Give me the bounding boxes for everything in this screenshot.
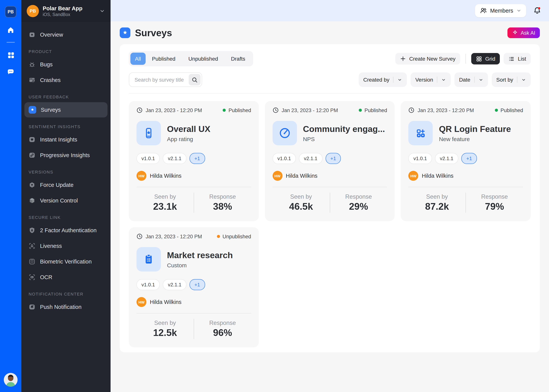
more-versions-chip[interactable]: +1	[189, 279, 205, 290]
surveys-panel: All Published Unpublished Drafts Create …	[120, 44, 540, 352]
sidebar-item-instant-insights[interactable]: Instant Insights	[24, 132, 108, 147]
survey-type-tile	[137, 121, 161, 145]
workspace-logo[interactable]: PB	[5, 6, 16, 18]
search-button[interactable]	[189, 74, 201, 85]
members-label: Members	[490, 8, 513, 14]
chat-icon[interactable]	[7, 68, 15, 76]
sidebar-item-push-notification[interactable]: Push Notification	[24, 299, 108, 315]
author-name: Hilda Wilkins	[150, 173, 181, 179]
card-scan-icon	[28, 274, 35, 281]
app-switcher[interactable]: PB Polar Bear App iOS, SandBox	[21, 0, 111, 22]
list-view-label: List	[518, 56, 526, 62]
search-input[interactable]	[134, 77, 189, 83]
sidebar-item-label: Bugs	[40, 61, 53, 68]
status-text: Published	[229, 107, 251, 113]
sidebar-item-force-update[interactable]: Force Update	[24, 177, 108, 193]
filter-date[interactable]: Date	[454, 72, 488, 87]
panel-toolbar: All Published Unpublished Drafts Create …	[129, 51, 531, 66]
survey-card-qr-login[interactable]: Jan 23, 2023 - 12:20 PM Published QR Log…	[401, 101, 531, 221]
status-dot	[223, 109, 226, 112]
response-label: Response	[330, 193, 387, 200]
app-avatar: PB	[27, 5, 39, 17]
sparkle-icon	[512, 30, 518, 36]
filter-created-by[interactable]: Created by	[359, 72, 407, 87]
seen-by-label: Seen by	[137, 320, 194, 326]
more-versions-chip[interactable]: +1	[325, 153, 341, 164]
sidebar-item-liveness[interactable]: Liveness	[24, 238, 108, 254]
version-chip[interactable]: v2.1.1	[299, 153, 322, 164]
sidebar-item-biometric[interactable]: Biometric Verification	[24, 254, 108, 269]
seen-by-label: Seen by	[137, 193, 194, 200]
sidebar-item-bugs[interactable]: Bugs	[24, 57, 108, 72]
tab-published[interactable]: Published	[146, 53, 182, 65]
survey-title: Community engag...	[303, 124, 385, 134]
notifications-button[interactable]	[533, 7, 541, 15]
status-badge: Published	[495, 107, 523, 113]
card-date-text: Jan 23, 2023 - 12:20 PM	[282, 107, 338, 113]
tab-drafts[interactable]: Drafts	[225, 53, 252, 65]
sidebar-item-ocr[interactable]: OCR	[24, 270, 108, 285]
apps-grid-icon[interactable]	[7, 51, 15, 59]
members-button[interactable]: Members	[475, 4, 526, 17]
clipboard-icon	[142, 253, 155, 266]
survey-subtitle: App rating	[167, 136, 210, 142]
create-survey-button[interactable]: Create New Survey	[396, 53, 460, 64]
tab-unpublished[interactable]: Unpublished	[182, 53, 225, 65]
overview-icon	[28, 31, 35, 38]
bell-square-icon	[28, 303, 35, 310]
sidebar-item-overview[interactable]: Overview	[24, 27, 108, 42]
tab-all[interactable]: All	[130, 53, 146, 65]
version-chip[interactable]: v1.0.1	[272, 153, 296, 164]
survey-card-community-engagement[interactable]: Jan 23, 2023 - 12:20 PM Published Commun…	[265, 101, 395, 221]
version-chip[interactable]: v2.1.1	[163, 279, 187, 290]
version-chip[interactable]: v1.0.1	[137, 153, 160, 164]
sidebar-item-two-factor[interactable]: 2 Factor Authentication	[24, 223, 108, 238]
divider	[272, 187, 387, 187]
response-label: Response	[194, 193, 251, 200]
sidebar-item-label: Version Control	[40, 197, 78, 204]
chevron-down-icon	[99, 8, 105, 14]
survey-title: Market research	[167, 250, 233, 260]
more-versions-chip[interactable]: +1	[189, 153, 205, 164]
survey-card-overall-ux[interactable]: Jan 23, 2023 - 12:20 PM Published Overal…	[129, 101, 259, 221]
sidebar-item-version-control[interactable]: Version Control	[24, 193, 108, 208]
bug-icon	[28, 61, 35, 68]
filter-version[interactable]: Version	[411, 72, 451, 87]
sidebar-item-crashes[interactable]: Crashes	[24, 72, 108, 88]
home-icon[interactable]	[7, 26, 15, 34]
survey-title: QR Login Feature	[439, 124, 511, 134]
sidebar-item-label: OCR	[40, 274, 52, 280]
survey-title: Overall UX	[167, 124, 210, 134]
cube-icon	[28, 197, 35, 204]
ask-ai-label: Ask AI	[521, 30, 535, 36]
main-area: Members Surveys Ask AI All Published	[111, 0, 549, 392]
card-date-text: Jan 23, 2023 - 12:20 PM	[146, 234, 202, 239]
version-chip[interactable]: v2.1.1	[163, 153, 187, 164]
grid-view-button[interactable]: Grid	[471, 53, 500, 64]
rail-divider	[7, 42, 15, 43]
author-avatar: HW	[409, 171, 418, 181]
version-chip[interactable]: v1.0.1	[409, 153, 432, 164]
sidebar-item-label: Surveys	[41, 107, 61, 113]
more-versions-chip[interactable]: +1	[461, 153, 477, 164]
sidebar-item-surveys[interactable]: Surveys	[24, 102, 108, 118]
ask-ai-button[interactable]: Ask AI	[507, 28, 540, 38]
list-view-button[interactable]: List	[504, 53, 531, 64]
user-avatar[interactable]	[4, 373, 18, 387]
surveys-star-icon	[28, 106, 36, 114]
filter-label: Version	[415, 77, 433, 83]
survey-card-market-research[interactable]: Jan 23, 2023 - 12:20 PM Unpublished Mark…	[129, 227, 259, 347]
nps-gauge-icon	[278, 126, 291, 140]
author-name: Hilda Wilkins	[150, 299, 181, 305]
sidebar-item-label: Biometric Verification	[40, 259, 92, 265]
filter-sort-by[interactable]: Sort by	[492, 72, 531, 87]
version-chip[interactable]: v2.1.1	[435, 153, 459, 164]
sidebar-item-progressive-insights[interactable]: Progressive Insights	[24, 147, 108, 163]
seen-by-label: Seen by	[272, 193, 330, 200]
card-date: Jan 23, 2023 - 12:20 PM	[272, 107, 338, 113]
version-chip[interactable]: v1.0.1	[137, 279, 160, 290]
divider	[474, 77, 474, 83]
response-label: Response	[466, 193, 523, 200]
left-rail: PB	[0, 0, 21, 392]
divider	[409, 187, 523, 187]
